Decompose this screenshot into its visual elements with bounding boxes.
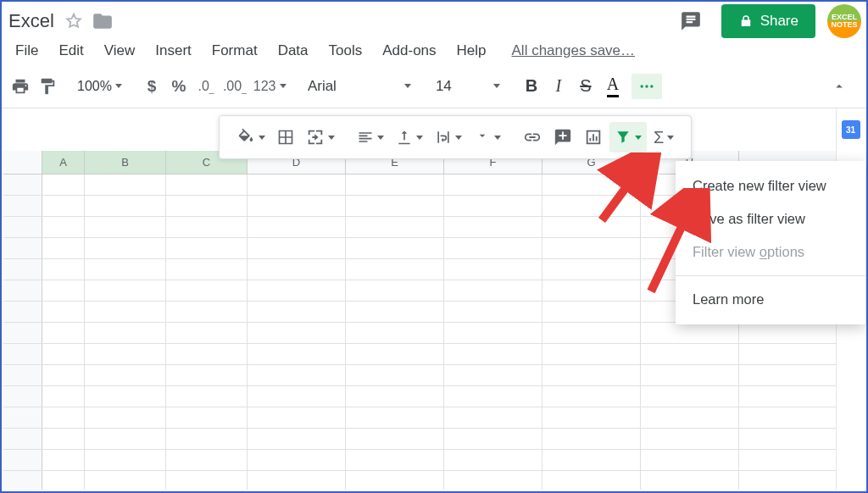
cell[interactable] — [346, 196, 444, 216]
cell[interactable] — [346, 365, 444, 385]
cell[interactable] — [166, 196, 248, 216]
row-header[interactable] — [3, 365, 42, 385]
cell[interactable] — [346, 302, 444, 322]
cell[interactable] — [641, 323, 739, 343]
cell[interactable] — [641, 450, 739, 470]
cell[interactable] — [166, 217, 248, 237]
cell[interactable] — [346, 217, 444, 237]
cell[interactable] — [166, 280, 248, 301]
menu-edit[interactable]: Edit — [48, 39, 93, 63]
cell[interactable] — [444, 450, 542, 470]
menu-file[interactable]: File — [5, 39, 48, 63]
cell[interactable] — [542, 365, 641, 385]
menu-data[interactable]: Data — [268, 39, 319, 63]
cell[interactable] — [346, 323, 444, 343]
cell[interactable] — [85, 450, 166, 470]
avatar[interactable]: EXCEL NOTES — [827, 4, 861, 38]
cell[interactable] — [85, 259, 166, 280]
cell[interactable] — [248, 217, 346, 237]
menu-format[interactable]: Format — [202, 39, 268, 63]
cell[interactable] — [444, 196, 542, 216]
row-header[interactable] — [3, 217, 42, 237]
cell[interactable] — [444, 302, 542, 322]
menu-help[interactable]: Help — [447, 39, 497, 63]
cell[interactable] — [542, 386, 641, 407]
cell[interactable] — [85, 471, 166, 490]
folder-icon[interactable] — [92, 10, 114, 32]
cell[interactable] — [85, 344, 166, 364]
percent-button[interactable]: % — [165, 71, 192, 102]
text-rotation-button[interactable] — [469, 122, 506, 152]
cell[interactable] — [248, 259, 346, 280]
cell[interactable] — [444, 238, 542, 258]
cell[interactable] — [641, 344, 739, 364]
cell[interactable] — [166, 344, 248, 364]
cell[interactable] — [444, 471, 542, 490]
cell[interactable] — [542, 259, 641, 280]
cell[interactable] — [166, 429, 248, 449]
row-header[interactable] — [3, 196, 42, 216]
zoom-picker[interactable]: 100% — [72, 79, 127, 94]
cell[interactable] — [542, 344, 641, 364]
functions-button[interactable]: Σ — [648, 122, 679, 152]
cell[interactable] — [346, 238, 444, 258]
cell[interactable] — [542, 323, 641, 343]
col-header-A[interactable]: A — [42, 151, 85, 174]
row-header[interactable] — [3, 344, 42, 364]
cell[interactable] — [444, 259, 542, 280]
horizontal-align-button[interactable] — [352, 122, 389, 152]
cell[interactable] — [346, 280, 444, 301]
cell[interactable] — [444, 217, 542, 237]
cell[interactable] — [166, 450, 248, 470]
cell[interactable] — [346, 344, 444, 364]
calendar-icon[interactable]: 31 — [842, 120, 860, 139]
paint-format-button[interactable] — [34, 71, 61, 102]
increase-decimal-button[interactable]: .00_ — [220, 71, 250, 102]
cell[interactable] — [542, 407, 641, 428]
cell[interactable] — [641, 386, 739, 407]
cell[interactable] — [248, 302, 346, 322]
cell[interactable] — [641, 365, 739, 385]
cell[interactable] — [641, 429, 739, 449]
cell[interactable] — [85, 429, 166, 449]
cell[interactable] — [444, 344, 542, 364]
row-header[interactable] — [3, 174, 42, 195]
cell[interactable] — [42, 217, 85, 237]
cell[interactable] — [166, 365, 248, 385]
cell[interactable] — [542, 450, 641, 470]
cell[interactable] — [166, 174, 248, 195]
cell[interactable] — [346, 259, 444, 280]
cell[interactable] — [42, 429, 85, 449]
row-header[interactable] — [3, 323, 42, 343]
cell[interactable] — [42, 280, 85, 301]
cell[interactable] — [248, 429, 346, 449]
cell[interactable] — [42, 344, 85, 364]
cell[interactable] — [42, 365, 85, 385]
text-color-button[interactable]: A — [599, 71, 626, 102]
cell[interactable] — [166, 238, 248, 258]
cell[interactable] — [166, 386, 248, 407]
row-header[interactable] — [3, 259, 42, 280]
row-header[interactable] — [3, 407, 42, 428]
cell[interactable] — [346, 471, 444, 490]
cell[interactable] — [42, 238, 85, 258]
cell[interactable] — [542, 238, 641, 258]
cell[interactable] — [42, 302, 85, 322]
text-wrap-button[interactable] — [430, 122, 467, 152]
cell[interactable] — [542, 429, 641, 449]
row-header[interactable] — [3, 386, 42, 407]
comment-history-button[interactable] — [674, 6, 708, 36]
cell[interactable] — [444, 365, 542, 385]
save-status[interactable]: All changes save… — [512, 42, 636, 59]
row-header[interactable] — [3, 429, 42, 449]
cell[interactable] — [42, 259, 85, 280]
cell[interactable] — [444, 386, 542, 407]
bold-button[interactable]: B — [518, 71, 545, 102]
cell[interactable] — [42, 407, 85, 428]
cell[interactable] — [444, 280, 542, 301]
filter-button[interactable] — [609, 122, 647, 152]
cell[interactable] — [444, 429, 542, 449]
borders-button[interactable] — [272, 122, 299, 152]
cell[interactable] — [166, 323, 248, 343]
cell[interactable] — [248, 174, 346, 195]
